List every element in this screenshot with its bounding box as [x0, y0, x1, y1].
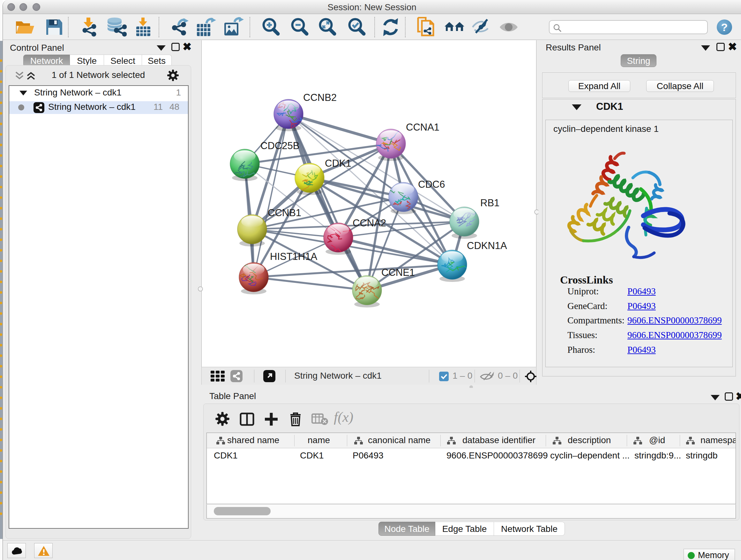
svg-text:CCNB2: CCNB2 — [303, 92, 337, 103]
svg-text:CCNA2: CCNA2 — [353, 217, 386, 229]
svg-text:CDC6: CDC6 — [418, 179, 445, 190]
svg-text:CCNE1: CCNE1 — [381, 267, 415, 278]
svg-text:HIST1H1A: HIST1H1A — [270, 251, 317, 262]
svg-text:CCNA1: CCNA1 — [406, 122, 440, 133]
svg-text:CDC25B: CDC25B — [260, 140, 299, 151]
svg-text:CDKN1A: CDKN1A — [467, 240, 507, 251]
svg-text:CCNB1: CCNB1 — [268, 207, 301, 219]
svg-text:RB1: RB1 — [480, 197, 499, 208]
svg-text:CDK1: CDK1 — [325, 158, 351, 169]
